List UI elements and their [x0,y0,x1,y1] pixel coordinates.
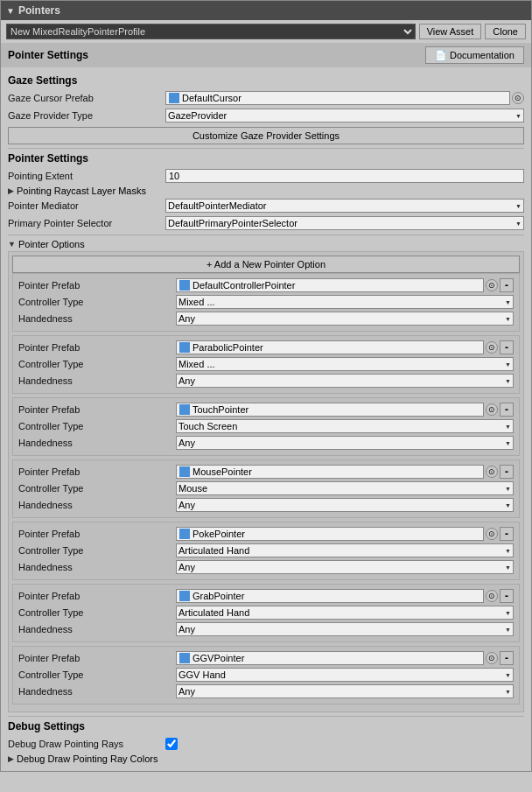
pointer-group-1-controller-select[interactable]: Mixed ... [176,357,514,371]
pointer-group-2-circle-btn[interactable]: ⊙ [486,403,498,416]
pointer-group-3-controller-wrapper: Mouse [176,481,514,495]
pointer-group-3-controller-select[interactable]: Mouse [176,481,514,495]
gaze-cursor-prefab-value: DefaultCursor ⊙ [165,91,524,105]
divider-3 [8,716,524,717]
pointer-group-5-circle-btn[interactable]: ⊙ [486,590,498,602]
pointer-group-5-handedness-select[interactable]: Any [176,622,514,636]
pointer-group-6-handedness-wrapper: Any [176,684,514,698]
pointer-group-1-handedness-select[interactable]: Any [176,374,514,388]
pointer-group-1-circle-btn[interactable]: ⊙ [486,341,498,354]
pointer-group-1-remove-btn[interactable]: - [500,340,514,354]
pointer-group-0-circle-btn[interactable]: ⊙ [486,279,498,291]
debug-settings-title: Debug Settings [8,720,524,732]
pointer-group-4-prefab-obj[interactable]: PokePointer [176,527,484,541]
pointer-group-6-controller-select[interactable]: GGV Hand [176,668,514,682]
pointer-settings-title: Pointer Settings [8,49,88,61]
documentation-button[interactable]: 📄 Documentation [425,46,524,64]
pointer-group-3-text: MousePointer [192,466,480,477]
pointer-group-3-prefab-obj[interactable]: MousePointer [176,465,484,479]
pointer-group-6: Pointer Prefab GGVPointer ⊙ - Controller… [12,646,520,704]
pointing-raycast-label: Pointing Raycast Layer Masks [17,186,146,196]
pointer-group-0-prefab-obj[interactable]: DefaultControllerPointer [176,278,484,292]
pointer-group-1-prefab-obj[interactable]: ParabolicPointer [176,340,484,354]
panel-collapse-triangle[interactable]: ▼ [6,6,15,16]
pointer-group-0-handedness-value: Any [176,312,514,326]
pointer-group-3-controller-row: Controller Type Mouse [18,480,514,496]
pointer-group-5-handedness-wrapper: Any [176,622,514,636]
pointer-group-2-prefab-label: Pointer Prefab [18,404,176,415]
pointer-group-4-text: PokePointer [192,529,480,539]
pointer-options-collapse-row[interactable]: ▼ Pointer Options [8,239,524,249]
view-asset-button[interactable]: View Asset [419,24,482,39]
debug-draw-ray-colors-label: Debug Draw Pointing Ray Colors [17,753,158,764]
pointer-group-6-controller-value: GGV Hand [176,668,514,682]
pointer-mediator-value: DefaultPointerMediator [165,199,524,213]
pointer-group-6-text: GGVPointer [192,653,480,663]
pointer-group-2-prefab-obj[interactable]: TouchPointer [176,403,484,417]
pointer-group-5-prefab-value: GrabPointer ⊙ - [176,589,514,603]
pointing-extent-input[interactable] [165,169,524,183]
pointer-group-3: Pointer Prefab MousePointer ⊙ - Controll… [12,459,520,518]
gaze-provider-type-value: GazeProvider [165,109,524,123]
gaze-provider-type-select[interactable]: GazeProvider [165,109,524,123]
primary-pointer-selector-select[interactable]: DefaultPrimaryPointerSelector [165,216,524,230]
pointer-group-2-handedness-select[interactable]: Any [176,436,514,450]
pointer-mediator-row: Pointer Mediator DefaultPointerMediator [8,198,524,214]
primary-pointer-selector-label: Primary Pointer Selector [8,218,165,228]
pointer-options-triangle: ▼ [8,240,16,249]
pointer-group-0-prefab-row: Pointer Prefab DefaultControllerPointer … [18,277,514,293]
pointer-group-3-handedness-select[interactable]: Any [176,498,514,512]
pointer-group-1-text: ParabolicPointer [192,342,480,353]
pointer-group-6-handedness-label: Handedness [18,686,176,697]
pointer-group-1: Pointer Prefab ParabolicPointer ⊙ - Cont… [12,335,520,394]
pointer-group-6-prefab-obj[interactable]: GGVPointer [176,651,484,665]
pointer-group-5-prefab-obj[interactable]: GrabPointer [176,589,484,603]
gaze-settings-title: Gaze Settings [8,74,524,87]
pointer-group-0-prefab-label: Pointer Prefab [18,280,176,291]
debug-draw-pointing-rays-label: Debug Draw Pointing Rays [8,739,165,749]
pointer-group-4-prefab-value: PokePointer ⊙ - [176,527,514,541]
pointer-group-1-prefab-value: ParabolicPointer ⊙ - [176,340,514,354]
pointer-group-2-remove-btn[interactable]: - [500,403,514,417]
pointer-group-6-controller-row: Controller Type GGV Hand [18,667,514,683]
pointer-group-0-controller-select[interactable]: Mixed ... [176,295,514,309]
add-pointer-button[interactable]: + Add a New Pointer Option [12,256,520,273]
pointer-group-2: Pointer Prefab TouchPointer ⊙ - Controll… [12,397,520,456]
pointer-group-5-handedness-value: Any [176,622,514,636]
pointer-group-4-prefab-label: Pointer Prefab [18,529,176,539]
profile-select[interactable]: New MixedRealityPointerProfile [6,24,416,39]
pointer-group-2-handedness-row: Handedness Any [18,435,514,451]
gaze-cursor-select-btn[interactable]: ⊙ [512,92,524,104]
pointer-group-6-handedness-select[interactable]: Any [176,684,514,698]
debug-draw-ray-colors-row[interactable]: ▶ Debug Draw Pointing Ray Colors [8,753,524,764]
pointer-group-4-remove-btn[interactable]: - [500,527,514,541]
customize-gaze-button[interactable]: Customize Gaze Provider Settings [8,127,524,144]
pointer-group-3-handedness-row: Handedness Any [18,497,514,513]
pointer-group-0-controller-wrapper: Mixed ... [176,295,514,309]
pointer-group-3-circle-btn[interactable]: ⊙ [486,466,498,478]
pointer-group-4-circle-btn[interactable]: ⊙ [486,528,498,540]
main-content: Gaze Settings Gaze Cursor Prefab Default… [1,67,531,771]
pointer-group-6-circle-btn[interactable]: ⊙ [486,652,498,664]
pointer-group-5-remove-btn[interactable]: - [500,589,514,603]
clone-button[interactable]: Clone [485,24,526,39]
pointer-group-5-text: GrabPointer [192,591,480,601]
gaze-cursor-text: DefaultCursor [182,93,507,103]
pointer-group-5-handedness-label: Handedness [18,624,176,634]
gaze-cursor-prefab-obj[interactable]: DefaultCursor [165,91,510,105]
pointer-mediator-select[interactable]: DefaultPointerMediator [165,199,524,213]
pointer-group-0-remove-btn[interactable]: - [500,278,514,292]
doc-icon: 📄 [435,50,447,61]
pointer-group-1-prefab-label: Pointer Prefab [18,342,176,353]
pointer-group-6-remove-btn[interactable]: - [500,651,514,665]
pointing-raycast-row[interactable]: ▶ Pointing Raycast Layer Masks [8,186,524,196]
pointer-group-3-remove-btn[interactable]: - [500,465,514,479]
pointer-group-0-handedness-select[interactable]: Any [176,312,514,326]
primary-pointer-selector-value: DefaultPrimaryPointerSelector [165,216,524,230]
pointer-group-4-controller-select[interactable]: Articulated Hand [176,543,514,557]
pointer-group-4-handedness-select[interactable]: Any [176,560,514,574]
pointer-group-2-controller-select[interactable]: Touch Screen [176,419,514,433]
pointer-group-5-controller-select[interactable]: Articulated Hand [176,606,514,620]
pointer-settings-header: Pointer Settings 📄 Documentation [1,43,531,67]
debug-draw-pointing-rays-checkbox[interactable] [165,738,178,750]
